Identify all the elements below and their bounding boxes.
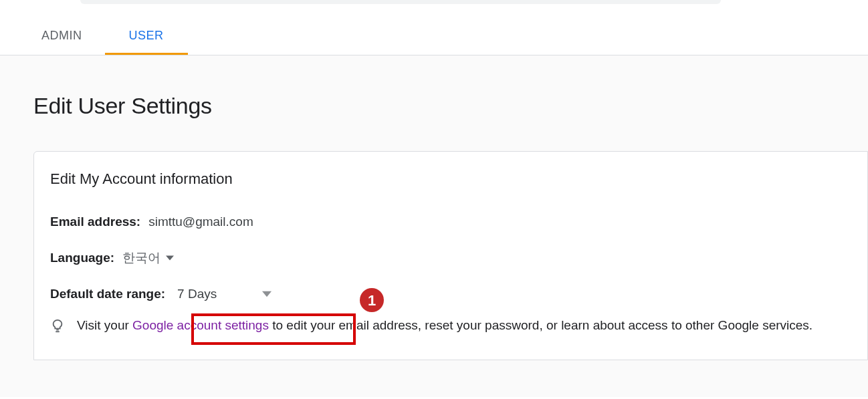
lightbulb-icon	[50, 319, 65, 340]
tab-admin[interactable]: ADMIN	[41, 29, 82, 55]
page-title: Edit User Settings	[33, 55, 868, 151]
content-area: Edit User Settings Edit My Account infor…	[0, 55, 868, 397]
date-range-value: 7 Days	[177, 287, 217, 301]
email-label: Email address:	[50, 215, 140, 229]
top-search-area	[0, 0, 868, 7]
language-dropdown[interactable]: 한국어	[122, 249, 174, 267]
language-row: Language: 한국어	[50, 249, 851, 267]
language-value: 한국어	[122, 249, 160, 267]
language-label: Language:	[50, 251, 114, 265]
chevron-down-icon	[262, 291, 272, 297]
email-value: simttu@gmail.com	[148, 215, 253, 229]
email-row: Email address: simttu@gmail.com	[50, 215, 851, 229]
date-range-dropdown[interactable]: 7 Days	[177, 287, 272, 301]
tabs-row: ADMIN USER	[0, 7, 868, 55]
google-account-settings-link[interactable]: Google account settings	[132, 318, 269, 332]
account-card: Edit My Account information Email addres…	[33, 151, 868, 360]
top-divider: ADMIN USER	[0, 7, 868, 55]
tip-row: Visit your Google account settings to ed…	[50, 316, 851, 340]
date-range-row: Default date range: 7 Days	[50, 287, 851, 301]
search-bar-placeholder[interactable]	[80, 0, 721, 4]
tab-user[interactable]: USER	[129, 29, 164, 55]
date-range-label: Default date range:	[50, 287, 165, 301]
chevron-down-icon	[166, 255, 174, 261]
tip-prefix: Visit your	[77, 318, 132, 332]
tip-text: Visit your Google account settings to ed…	[77, 316, 851, 336]
card-title: Edit My Account information	[50, 170, 851, 188]
tip-suffix: to edit your email address, reset your p…	[269, 318, 812, 332]
